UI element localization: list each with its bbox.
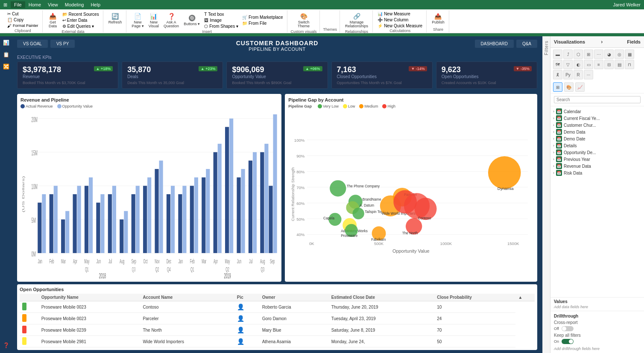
cut-button[interactable]: ✂ Cut xyxy=(6,11,40,17)
legend-high-label: High xyxy=(387,104,395,108)
viz-ribbon-icon[interactable]: 🎗 xyxy=(553,70,562,79)
field-opportunity-de[interactable]: › 📅 Opportunity De... xyxy=(553,149,641,156)
copy-button[interactable]: 📋 Copy xyxy=(6,17,40,23)
field-risk-data[interactable]: › 📅 Risk Data xyxy=(553,169,641,176)
svg-text:Apr: Apr xyxy=(73,258,77,264)
viz-analytics-icon[interactable]: 📈 xyxy=(575,82,585,92)
viz-slicer-icon[interactable]: ▤ xyxy=(615,60,624,69)
svg-text:0M: 0M xyxy=(32,251,36,258)
viz-pie-icon[interactable]: ◕ xyxy=(604,50,614,59)
dashboard-button[interactable]: DASHBOARD xyxy=(475,40,514,48)
add-fields-text[interactable]: Add data fields here xyxy=(554,305,641,309)
svg-text:2018: 2018 xyxy=(99,272,106,278)
viz-funnel-icon[interactable]: ▽ xyxy=(563,60,573,69)
svg-text:Q2: Q2 xyxy=(155,266,159,272)
viz-map-icon[interactable]: 🗺 xyxy=(553,60,562,69)
switch-theme-button[interactable]: 🎨 SwitchTheme xyxy=(296,11,311,30)
field-customer-churn[interactable]: › 📅 Customer Chur... xyxy=(553,122,641,128)
user-info: Jared Welker xyxy=(613,2,641,7)
vs-py-button[interactable]: VS PY xyxy=(50,40,75,48)
viz-gauge-icon[interactable]: ◐ xyxy=(574,60,583,69)
viz-fields-active-icon[interactable]: ⊞ xyxy=(553,82,562,92)
col-scroll[interactable]: ▲ xyxy=(515,294,535,301)
buttons-button[interactable]: 🔘 Buttons ▾ xyxy=(182,13,202,27)
field-demo-data[interactable]: › 📅 Demo Data xyxy=(553,128,641,135)
refresh-button[interactable]: 🔄 Refresh xyxy=(107,11,124,26)
publish-button[interactable]: 📤 Publish xyxy=(430,11,446,26)
new-quick-measure-button[interactable]: ⚡ New Quick Measure xyxy=(376,23,424,29)
share-label: Share xyxy=(433,27,443,32)
table-row[interactable]: Proseware Mobile 0023 Contoso 👤 Roberto … xyxy=(20,301,535,313)
sidebar-question-icon[interactable]: ❓ xyxy=(1,341,11,350)
viz-card-icon[interactable]: ▭ xyxy=(584,60,593,69)
ask-question-button[interactable]: ❓ Ask AQuestion xyxy=(162,11,181,30)
viz-r-icon[interactable]: R xyxy=(574,70,583,79)
recent-sources-button[interactable]: 📂 Recent Sources xyxy=(61,12,100,17)
viz-waterfall-icon[interactable]: ⊓ xyxy=(625,60,634,69)
image-button[interactable]: 🖼 Image xyxy=(203,18,240,23)
keep-filters-toggle[interactable] xyxy=(562,339,574,344)
dashboard-subtitle: PIPELINE BY ACCOUNT xyxy=(249,47,305,52)
field-previous-year[interactable]: › 📅 Previous Year xyxy=(553,156,641,163)
ribbon-tab-help[interactable]: Help xyxy=(87,1,104,8)
viz-table-icon[interactable]: ≡ xyxy=(594,60,603,69)
new-page-button[interactable]: 📄 NewPage ▾ xyxy=(130,11,146,30)
ribbon: ⊞ File Home View Modeling Help Jared Wel… xyxy=(0,0,644,36)
manage-relationships-button[interactable]: 🔗 ManageRelationships xyxy=(343,11,370,30)
sidebar-report-icon[interactable]: 📊 xyxy=(1,38,11,47)
vs-goal-button[interactable]: VS GOAL xyxy=(17,40,48,48)
sidebar-model-icon[interactable]: 🔀 xyxy=(1,62,11,71)
viz-scatter-icon[interactable]: ⋯ xyxy=(594,50,603,59)
viz-combo-chart-icon[interactable]: ⊞ xyxy=(584,50,593,59)
get-data-icon: 📥 xyxy=(49,12,57,20)
from-marketplace-button[interactable]: 🛒 From Marketplace xyxy=(241,15,284,20)
viz-treemap-icon[interactable]: ▦ xyxy=(625,50,634,59)
format-painter-button[interactable]: 🖌 Format Painter xyxy=(6,23,40,29)
viz-custom-icon[interactable]: Py xyxy=(563,70,573,79)
expand-icon[interactable]: › xyxy=(601,39,603,45)
text-box-button[interactable]: T Text box xyxy=(203,12,240,17)
edit-queries-button[interactable]: ⚙ Edit Queries ▾ xyxy=(61,23,100,29)
viz-bar-chart-icon[interactable]: ▬ xyxy=(553,50,562,59)
field-arrow-5: › xyxy=(553,137,554,141)
table-row[interactable]: Proseware Mobile 2981 Wide World Importe… xyxy=(20,336,535,347)
clipboard-small-buttons: ✂ Cut 📋 Copy 🖌 Format Painter xyxy=(6,11,40,29)
field-current-fiscal[interactable]: › 📅 Current Fiscal Ye... xyxy=(553,115,641,122)
viz-format-icon[interactable]: 🎨 xyxy=(564,82,574,92)
table-row[interactable]: Proseware Mobile 0023 Parceler 👤 Goro Da… xyxy=(20,313,535,324)
ribbon-tab-file[interactable]: File xyxy=(11,1,25,8)
cross-report-toggle[interactable] xyxy=(562,326,574,331)
add-drillthrough-text[interactable]: Add drillthrough fields here xyxy=(554,347,641,351)
viz-ellipsis-icon[interactable]: ··· xyxy=(584,70,593,79)
svg-rect-26 xyxy=(124,211,128,253)
field-demo-date[interactable]: › 📅 Demo Date xyxy=(553,135,641,142)
kpi-cards: ▲ +18% $3,978,178 Revenue Booked This Mo… xyxy=(17,61,537,89)
field-revenue-data[interactable]: › 📅 Revenue Data xyxy=(553,163,641,169)
visualizations-title: Visualizations xyxy=(554,39,585,44)
viz-line-chart-icon[interactable]: ⤴ xyxy=(563,50,573,59)
new-visual-button[interactable]: 📊 NewVisual xyxy=(147,11,161,30)
search-input[interactable] xyxy=(554,96,641,103)
ribbon-tab-home[interactable]: Home xyxy=(25,1,44,8)
from-shapes-button[interactable]: ⬡ From Shapes ▾ xyxy=(203,23,240,29)
ribbon-tab-modeling[interactable]: Modeling xyxy=(61,1,88,8)
field-calendar[interactable]: › 📅 Calendar xyxy=(553,108,641,115)
cross-report-label: Cross-report xyxy=(554,320,578,325)
enter-data-button[interactable]: ↩ Enter Data xyxy=(61,18,100,23)
viz-donut-icon[interactable]: ◎ xyxy=(615,50,624,59)
kpi-open-desc: Created Accounts vs $10K Goal xyxy=(442,81,532,85)
table-row[interactable]: Proseware Mobile 0239 The North 👤 Mary B… xyxy=(20,324,535,336)
field-details[interactable]: › 📅 Details xyxy=(553,142,641,149)
from-file-button[interactable]: 📁 From File xyxy=(241,20,284,26)
new-measure-button[interactable]: 📊 New Measure xyxy=(376,11,424,17)
qa-button[interactable]: Q&A xyxy=(516,40,537,48)
new-page-icon: 📄 xyxy=(133,12,142,20)
get-data-button[interactable]: 📥 GetData xyxy=(46,11,60,30)
sidebar-data-icon[interactable]: 📋 xyxy=(1,50,11,59)
viz-matrix-icon[interactable]: ⊟ xyxy=(604,60,614,69)
new-column-button[interactable]: ➕ New Column xyxy=(376,17,424,23)
viz-area-chart-icon[interactable]: ⬡ xyxy=(574,50,583,59)
col-account-name: Account Name xyxy=(140,294,234,301)
search-section xyxy=(550,93,644,106)
ribbon-tab-view[interactable]: View xyxy=(44,1,61,8)
